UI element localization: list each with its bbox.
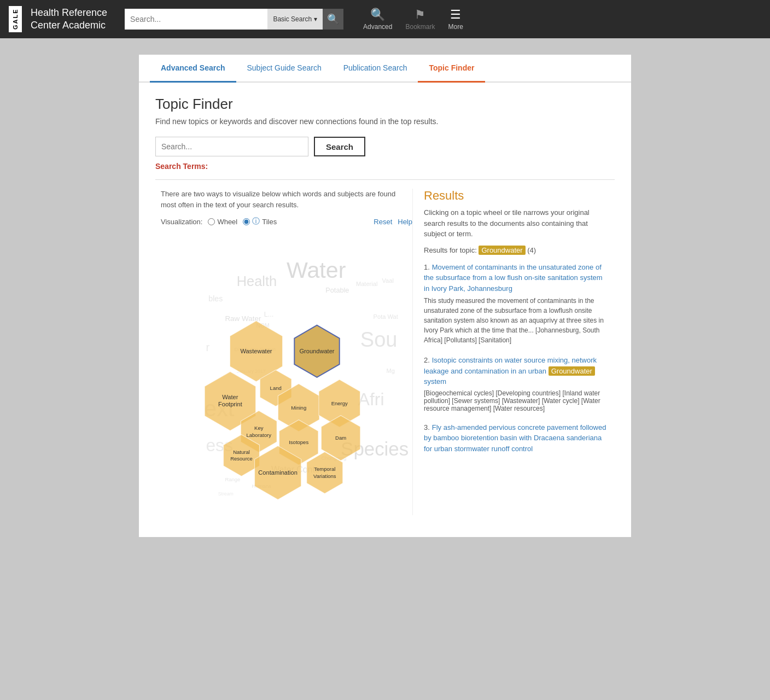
result-num-1: 1. — [424, 263, 430, 271]
svg-text:Vaal: Vaal — [382, 277, 393, 284]
results-topic-line: Results for topic: Groundwater (4) — [424, 246, 609, 254]
search-terms-label: Search Terms: — [155, 162, 615, 171]
results-panel: Results Clicking on a topic wheel or til… — [412, 189, 609, 515]
svg-text:r: r — [206, 341, 209, 353]
app-title: Health Reference Center Academic — [31, 7, 107, 32]
result-item-2: 2. Isotopic constraints on water source … — [424, 355, 609, 412]
more-icon: ☰ — [450, 8, 461, 22]
svg-text:Afri: Afri — [358, 389, 384, 409]
gale-logo: GALE — [9, 6, 22, 32]
chevron-down-icon: ▾ — [314, 15, 317, 23]
divider — [155, 179, 615, 180]
wheel-radio-label[interactable]: Wheel — [208, 218, 237, 226]
tiles-icon: ⓘ — [252, 217, 260, 226]
svg-text:Variations: Variations — [313, 473, 336, 479]
topic-finder-subtitle: Find new topics or keywords and discover… — [155, 117, 615, 126]
svg-text:Material: Material — [356, 281, 377, 287]
svg-text:bles: bles — [208, 294, 223, 303]
nav-actions: 🔍 Advanced ⚑ Bookmark ☰ More — [363, 8, 463, 31]
tab-advanced-search[interactable]: Advanced Search — [150, 55, 236, 83]
svg-text:Wastewater: Wastewater — [240, 348, 272, 354]
tf-search-button[interactable]: Search — [314, 137, 365, 156]
svg-text:Isotopes: Isotopes — [289, 439, 308, 445]
svg-text:Sou: Sou — [360, 328, 398, 351]
search-icon: 🔍 — [327, 13, 339, 25]
svg-text:Water: Water — [222, 394, 238, 400]
result-desc-1: This study measured the movement of cont… — [424, 296, 609, 345]
result-link-3[interactable]: Fly ash-amended pervious concrete paveme… — [424, 423, 606, 453]
svg-text:Footprint: Footprint — [218, 401, 242, 407]
main-wrapper: Advanced Search Subject Guide Search Pub… — [0, 38, 770, 553]
result-link-1[interactable]: Movement of contaminants in the unsatura… — [424, 263, 603, 293]
result-tags-2: [Biogeochemical cycles] [Developing coun… — [424, 389, 609, 412]
svg-text:Pota Wat: Pota Wat — [374, 313, 398, 320]
viz-label: Visualization: — [161, 218, 202, 226]
wheel-radio[interactable] — [208, 218, 215, 225]
result-num-3: 3. — [424, 423, 430, 431]
result-2-highlight: Groundwater — [549, 366, 595, 376]
svg-text:Water: Water — [287, 258, 346, 283]
topic-highlight-term: Groundwater — [479, 246, 525, 255]
reset-link[interactable]: Reset — [374, 218, 392, 226]
viz-controls: Visualization: Wheel ⓘ Tiles Reset — [161, 217, 412, 226]
viz-panel: There are two ways to visualize below wh… — [161, 189, 412, 515]
main-search-input[interactable] — [125, 9, 267, 30]
result-item-3: 3. Fly ash-amended pervious concrete pav… — [424, 422, 609, 454]
topic-finder-title: Topic Finder — [155, 96, 615, 113]
viz-description: There are two ways to visualize below wh… — [161, 189, 412, 210]
search-type-button[interactable]: Basic Search ▾ — [267, 9, 323, 30]
advanced-nav-item[interactable]: 🔍 Advanced — [363, 8, 392, 31]
svg-text:Mg: Mg — [386, 368, 394, 374]
hex-tiles-svg: HealthWaterPotableMaterialVaalblesRaw Wa… — [161, 231, 412, 515]
svg-text:Health: Health — [237, 273, 277, 289]
svg-text:L...: L... — [264, 311, 274, 318]
main-search-bar: Basic Search ▾ — [125, 9, 323, 30]
bookmark-nav-item[interactable]: ⚑ Bookmark — [405, 8, 435, 31]
tf-search-row: Search — [155, 137, 615, 156]
svg-text:Land: Land — [270, 385, 282, 391]
result-item-1: 1. Movement of contaminants in the unsat… — [424, 262, 609, 346]
tab-publication[interactable]: Publication Search — [332, 55, 418, 83]
svg-text:Contamination: Contamination — [258, 469, 298, 476]
tiles-radio[interactable] — [243, 218, 250, 225]
svg-text:Key: Key — [254, 425, 264, 431]
tab-topic-finder[interactable]: Topic Finder — [418, 55, 485, 83]
result-link-2[interactable]: Isotopic constraints on water source mix… — [424, 356, 597, 386]
svg-text:Range: Range — [225, 476, 240, 482]
search-go-button[interactable]: 🔍 — [323, 9, 343, 30]
main-search-container: Basic Search ▾ 🔍 — [125, 9, 343, 30]
tf-search-input[interactable] — [155, 137, 308, 156]
topic-finder-section: Topic Finder Find new topics or keywords… — [139, 83, 631, 515]
viz-links: Reset Help — [374, 218, 412, 226]
tiles-radio-label[interactable]: ⓘ Tiles — [243, 217, 277, 226]
more-nav-item[interactable]: ☰ More — [448, 8, 463, 31]
svg-text:Resource: Resource — [230, 456, 253, 462]
svg-text:Mining: Mining — [291, 405, 306, 411]
svg-text:Stream: Stream — [218, 491, 234, 497]
tab-subject-guide[interactable]: Subject Guide Search — [236, 55, 332, 83]
two-column-layout: There are two ways to visualize below wh… — [155, 189, 615, 515]
top-nav: GALE Health Reference Center Academic Ba… — [0, 0, 770, 38]
tab-bar: Advanced Search Subject Guide Search Pub… — [139, 55, 631, 83]
word-cloud-container: HealthWaterPotableMaterialVaalblesRaw Wa… — [161, 231, 412, 515]
bookmark-icon: ⚑ — [415, 8, 425, 22]
svg-text:Energy: Energy — [331, 400, 348, 406]
svg-text:Potable: Potable — [325, 287, 349, 294]
help-link[interactable]: Help — [398, 218, 412, 226]
svg-text:Dam: Dam — [335, 435, 346, 441]
svg-text:Laboratory: Laboratory — [247, 432, 272, 438]
svg-text:Groundwater: Groundwater — [299, 348, 334, 354]
results-title: Results — [424, 189, 609, 203]
results-description: Clicking on a topic wheel or tile narrow… — [424, 207, 609, 240]
svg-text:Temporal: Temporal — [314, 466, 335, 472]
result-num-2: 2. — [424, 356, 430, 364]
svg-text:Natural: Natural — [233, 449, 250, 455]
content-card: Advanced Search Subject Guide Search Pub… — [139, 55, 631, 537]
advanced-icon: 🔍 — [370, 8, 385, 22]
